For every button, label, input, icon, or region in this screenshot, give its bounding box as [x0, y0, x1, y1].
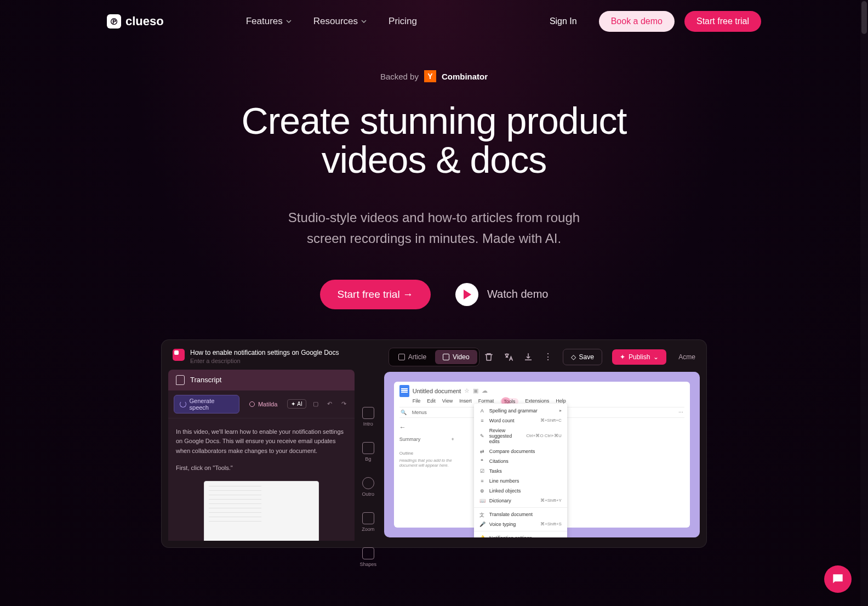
zoom-icon — [362, 512, 374, 524]
nav-link-resources[interactable]: Resources — [313, 16, 367, 27]
gdoc-search[interactable]: Menus — [412, 410, 427, 415]
gdoc-menu-item[interactable]: File — [413, 398, 421, 405]
brand-logo[interactable]: ℗ clueso — [107, 14, 164, 29]
tool-bg[interactable]: Bg — [362, 442, 374, 462]
tab-video[interactable]: Video — [435, 350, 477, 364]
dd-label: Line numbers — [489, 478, 557, 484]
script-thumbnail — [204, 481, 319, 541]
video-tools: Intro Bg Outro Zoom Shapes — [355, 347, 382, 541]
outline-hint: Headings that you add to the document wi… — [399, 458, 454, 469]
scrollbar-thumb[interactable] — [861, 1, 867, 34]
gdoc-menu-item[interactable]: View — [442, 398, 453, 405]
download-icon[interactable] — [523, 352, 533, 362]
video-preview-frame: Untitled document ☆ ▣ ☁ File Edit View I… — [384, 372, 700, 537]
dd-label: Dictionary — [489, 498, 536, 503]
gdoc-mock: Untitled document ☆ ▣ ☁ File Edit View I… — [394, 382, 690, 528]
dd-label: Compare documents — [489, 449, 557, 454]
transcript-column: How to enable notification settings on G… — [168, 347, 355, 541]
generate-speech-label: Generate speech — [190, 398, 233, 411]
nav-link-label: Pricing — [389, 16, 417, 27]
chevron-down-icon — [361, 20, 367, 23]
tool-outro[interactable]: Outro — [362, 477, 375, 497]
app-header: How to enable notification settings on G… — [168, 347, 355, 370]
nav-link-pricing[interactable]: Pricing — [389, 16, 417, 27]
save-button[interactable]: ◇ Save — [563, 349, 602, 365]
workspace-name[interactable]: Acme — [678, 353, 695, 361]
dropdown-item[interactable]: 🎤Voice typing⌘+Shift+S — [474, 519, 567, 529]
dd-icon: ≡ — [479, 478, 485, 484]
headline-line1: Create stunning product — [242, 100, 627, 141]
summary-label: Summary — [399, 437, 421, 442]
dd-label: Word count — [489, 418, 536, 423]
tool-zoom[interactable]: Zoom — [362, 512, 374, 532]
image-icon[interactable]: ▢ — [311, 399, 321, 409]
subtitle-line2: screen recordings in minutes. Made with … — [307, 231, 561, 246]
tools-dropdown: ASpelling and grammar▸≡Word count⌘+Shift… — [474, 404, 567, 537]
folder-icon: ▣ — [473, 387, 478, 394]
page-scrollbar[interactable] — [860, 0, 868, 606]
app-desc-input[interactable]: Enter a description — [190, 358, 339, 364]
dd-shortcut: Ctrl+⌘O Ctrl+⌘U — [526, 433, 561, 438]
dd-icon: ⇄ — [479, 449, 485, 454]
brand-name: clueso — [125, 14, 164, 29]
gdoc-menu-item[interactable]: Edit — [427, 398, 436, 405]
script-body[interactable]: In this video, we'll learn how to enable… — [168, 418, 355, 541]
dropdown-item[interactable]: ≡Word count⌘+Shift+C — [474, 416, 567, 426]
dropdown-item[interactable]: ✎Review suggested editsCtrl+⌘O Ctrl+⌘U — [474, 426, 567, 446]
gdoc-sidebar: ← Summary+ Outline Headings that you add… — [399, 420, 460, 469]
ai-button[interactable]: ✦ AI — [287, 399, 306, 409]
dd-label: Tasks — [489, 468, 557, 474]
dd-shortcut: ⌘+Shift+C — [540, 418, 562, 423]
gdoc-menu-item[interactable]: Insert — [459, 398, 472, 405]
chat-launcher[interactable] — [824, 565, 852, 593]
outline-header: Outline — [399, 451, 454, 456]
signin-button[interactable]: Sign In — [538, 11, 589, 32]
generate-row: Generate speech Matilda ✦ AI ▢ ↶ ↷ — [168, 390, 355, 418]
shapes-icon — [362, 547, 374, 559]
more-icon[interactable]: ⋮ — [543, 352, 553, 362]
dropdown-item[interactable]: ⊕Linked objects — [474, 486, 567, 496]
dropdown-item[interactable]: 🔔Notification settings — [474, 533, 567, 537]
watch-demo-button[interactable]: Watch demo — [455, 283, 549, 306]
start-trial-button[interactable]: Start free trial — [684, 11, 761, 32]
cta-start-trial-button[interactable]: Start free trial → — [320, 280, 431, 309]
dd-label: Voice typing — [489, 522, 536, 527]
book-demo-button[interactable]: Book a demo — [599, 11, 675, 32]
dropdown-item[interactable]: 文Translate document — [474, 509, 567, 519]
tab-article[interactable]: Article — [391, 350, 434, 364]
plus-icon[interactable]: + — [452, 437, 454, 442]
dropdown-item[interactable]: ≡Line numbers — [474, 476, 567, 486]
dd-icon: 🎤 — [479, 522, 485, 527]
nav-link-features[interactable]: Features — [246, 16, 292, 27]
dd-icon: ❝ — [479, 458, 485, 464]
tool-shapes[interactable]: Shapes — [360, 547, 377, 567]
transcript-header[interactable]: Transcript — [168, 370, 355, 390]
dd-icon: ⊕ — [479, 488, 485, 494]
script-paragraph: First, click on "Tools." — [176, 463, 347, 473]
toolbar-icons: ⋮ ◇ Save ✦ Publish ⌄ Acme — [484, 349, 695, 365]
dropdown-item[interactable]: ⇄Compare documents — [474, 446, 567, 456]
publish-label: Publish — [629, 353, 650, 361]
gdoc-back-icon[interactable]: ← — [399, 423, 454, 431]
redo-icon[interactable]: ↷ — [339, 399, 349, 409]
undo-icon[interactable]: ↶ — [325, 399, 335, 409]
toolbar-sep: ⋯ — [678, 410, 683, 415]
voice-selector[interactable]: Matilda — [244, 399, 283, 410]
bg-icon — [362, 442, 374, 454]
cta-row: Start free trial → Watch demo — [0, 280, 868, 309]
trash-icon[interactable] — [484, 352, 494, 362]
app-title: How to enable notification settings on G… — [190, 349, 339, 356]
tool-label: Bg — [365, 456, 371, 462]
gdoc-summary[interactable]: Summary+ — [399, 437, 454, 442]
tool-intro[interactable]: Intro — [362, 407, 374, 427]
dropdown-item[interactable]: 📖Dictionary⌘+Shift+Y — [474, 496, 567, 506]
gdoc-titlebar: Untitled document ☆ ▣ ☁ — [399, 385, 684, 397]
dropdown-item[interactable]: ❝Citations — [474, 456, 567, 466]
generate-speech-button[interactable]: Generate speech — [174, 395, 239, 414]
dropdown-item[interactable]: ☑Tasks — [474, 466, 567, 476]
dropdown-item[interactable]: ASpelling and grammar▸ — [474, 406, 567, 416]
cloud-icon: ☁ — [482, 387, 488, 394]
app-logo-icon — [173, 349, 185, 361]
publish-button[interactable]: ✦ Publish ⌄ — [612, 349, 666, 365]
translate-icon[interactable] — [504, 352, 513, 362]
